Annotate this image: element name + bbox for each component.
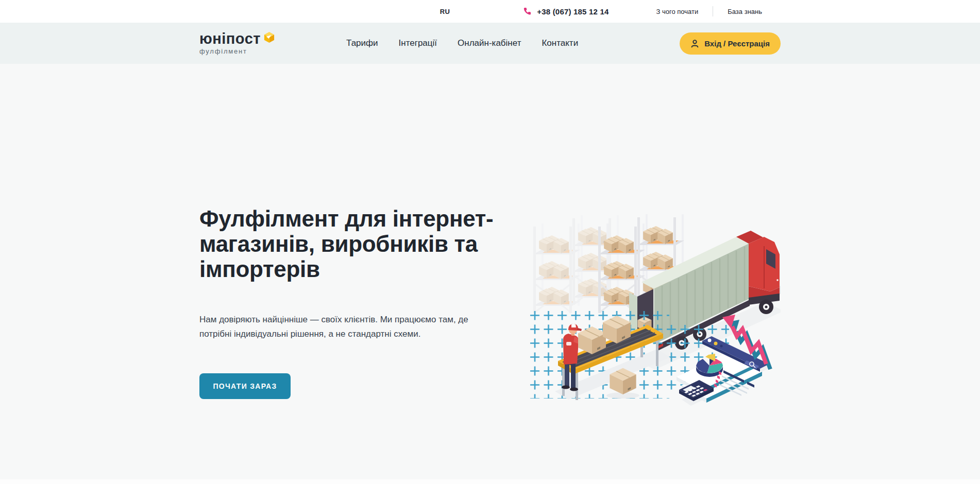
next-section-edge bbox=[0, 479, 980, 484]
topbar-link-how-to-start[interactable]: З чого почати bbox=[656, 8, 699, 15]
topbar: RU +38 (067) 185 12 14 З чого почати Баз… bbox=[0, 0, 980, 23]
nav-item-online-cabinet[interactable]: Онлайн-кабінет bbox=[458, 38, 521, 48]
phone-icon bbox=[523, 7, 531, 15]
main-nav: Тарифи Інтеграції Онлайн-кабінет Контакт… bbox=[346, 38, 578, 48]
nav-item-contacts[interactable]: Контакти bbox=[542, 38, 578, 48]
logo-text: юніпост bbox=[199, 31, 261, 46]
language-toggle[interactable]: RU bbox=[440, 8, 450, 15]
phone-link[interactable]: +38 (067) 185 12 14 bbox=[523, 7, 609, 16]
hero-section: Фулфілмент для інтернет- магазинів, виро… bbox=[0, 64, 980, 409]
logo[interactable]: юніпост фулфілмент bbox=[199, 31, 275, 55]
warehouse-illustration bbox=[528, 211, 781, 407]
nav-item-tariffs[interactable]: Тарифи bbox=[346, 38, 378, 48]
start-now-button[interactable]: ПОЧАТИ ЗАРАЗ bbox=[199, 373, 291, 399]
login-register-label: Вхід / Реєстрація bbox=[704, 39, 770, 48]
login-register-button[interactable]: Вхід / Реєстрація bbox=[680, 32, 781, 55]
page: RU +38 (067) 185 12 14 З чого почати Баз… bbox=[0, 0, 980, 484]
logo-cube-icon bbox=[263, 31, 275, 43]
header: юніпост фулфілмент Тарифи Інтеграції Онл… bbox=[0, 23, 980, 64]
topbar-divider bbox=[713, 6, 713, 16]
phone-number: +38 (067) 185 12 14 bbox=[537, 7, 609, 16]
user-icon bbox=[690, 39, 699, 48]
hero-description: Нам довіряють найцінніше — своїх клієнті… bbox=[199, 313, 528, 341]
nav-item-integrations[interactable]: Інтеграції bbox=[399, 38, 437, 48]
page-title: Фулфілмент для інтернет- магазинів, виро… bbox=[199, 206, 528, 282]
topbar-link-knowledge-base[interactable]: База знань bbox=[728, 8, 762, 15]
hero-illustration-wrap bbox=[528, 64, 781, 409]
logo-tagline: фулфілмент bbox=[199, 47, 275, 55]
